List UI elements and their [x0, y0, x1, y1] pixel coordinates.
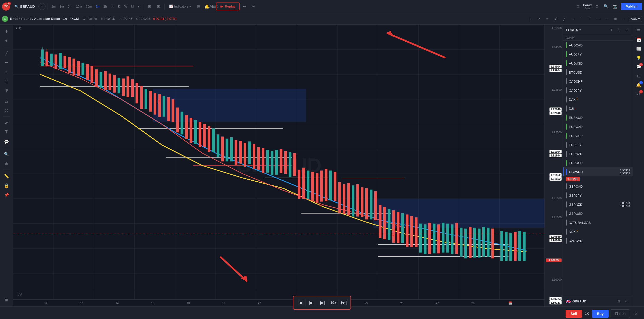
- tf-5m[interactable]: 5m: [66, 4, 74, 9]
- panel-footer-grid-button[interactable]: ⊞: [616, 298, 622, 304]
- panel-more-button[interactable]: ⋯: [623, 27, 630, 33]
- list-item[interactable]: DAX D: [563, 95, 633, 104]
- list-item[interactable]: GBPNZD 1.89723 1.89723: [563, 200, 633, 209]
- list-item[interactable]: EURNZD: [563, 149, 633, 158]
- arrow-tool[interactable]: →: [569, 15, 577, 23]
- list-item[interactable]: AUDUSD: [563, 59, 633, 68]
- lock-tool[interactable]: 🔒: [2, 181, 11, 190]
- replay-step-forward-button[interactable]: ▶|: [317, 297, 328, 308]
- list-item[interactable]: AUDCAD: [563, 41, 633, 50]
- measure-tool[interactable]: 📏: [2, 171, 11, 180]
- indicators-button[interactable]: 📈 Indicators ▾: [167, 4, 194, 9]
- layouts-button[interactable]: ⊟: [195, 3, 203, 11]
- date-picker-button[interactable]: 📅: [507, 300, 513, 306]
- tf-W[interactable]: W: [123, 4, 129, 9]
- replay-play-button[interactable]: ▶: [306, 297, 317, 308]
- list-item[interactable]: EURUSD: [563, 158, 633, 167]
- panel-footer-more-button[interactable]: ⋯: [623, 298, 630, 304]
- text-tool[interactable]: T: [586, 15, 594, 23]
- tf-15m[interactable]: 15m: [74, 4, 84, 9]
- gbpaud-list-item[interactable]: GBPAUD 1.90569 1.90569: [563, 167, 633, 176]
- grid-tool[interactable]: ⊞: [612, 15, 620, 23]
- user-avatar[interactable]: TV 13: [2, 3, 10, 11]
- currency-selector[interactable]: AUD ▾: [629, 16, 642, 22]
- watchlist-icon[interactable]: ☰: [635, 27, 643, 35]
- add-symbol-button[interactable]: +: [38, 3, 45, 10]
- chart-type-button[interactable]: ⊞: [145, 3, 153, 11]
- tf-2h[interactable]: 2h: [102, 4, 108, 9]
- panel-view-button[interactable]: ⊞: [616, 27, 622, 33]
- replay-skip-button[interactable]: ⏭|: [339, 297, 350, 308]
- list-item[interactable]: DJI •: [563, 104, 633, 113]
- dash-line-tool[interactable]: - -: [603, 15, 611, 23]
- close-replay-button[interactable]: ✕: [632, 310, 640, 318]
- orders-icon[interactable]: ⇄ 1: [635, 90, 643, 98]
- list-item[interactable]: NDX D: [563, 227, 633, 236]
- list-item[interactable]: EURGBP: [563, 131, 633, 140]
- horizontal-line-tool[interactable]: —: [594, 15, 603, 23]
- settings-button[interactable]: ⚙: [593, 3, 601, 11]
- list-item[interactable]: AUDJPY: [563, 50, 633, 59]
- list-item[interactable]: EURAUD: [563, 113, 633, 122]
- list-item[interactable]: EURJPY: [563, 140, 633, 149]
- symbol-selector[interactable]: 🔍 GBPAUD: [12, 4, 37, 10]
- zoom-tool[interactable]: ⊕: [2, 159, 11, 168]
- tf-M[interactable]: M: [129, 4, 135, 9]
- replay-button[interactable]: ⏮ Replay: [216, 3, 240, 10]
- path-tool[interactable]: ⌒: [577, 15, 585, 23]
- list-item[interactable]: NZDCAD: [563, 236, 633, 245]
- flatten-button[interactable]: Flatten: [611, 309, 630, 318]
- pin-tool[interactable]: 📌: [2, 190, 11, 199]
- redo-button[interactable]: ↪: [250, 3, 258, 11]
- tf-30m[interactable]: 30m: [84, 4, 94, 9]
- tf-1h[interactable]: 1h: [94, 4, 101, 9]
- news-icon[interactable]: 📰: [635, 45, 643, 53]
- list-item[interactable]: GBPJPY: [563, 191, 633, 200]
- parallel-channel-tool[interactable]: ≡: [2, 68, 11, 77]
- publish-button[interactable]: Publish: [621, 3, 642, 10]
- panel-add-button[interactable]: +: [608, 27, 615, 33]
- fullscreen-button[interactable]: ⊡: [574, 3, 582, 11]
- trash-tool[interactable]: 🗑: [2, 295, 11, 304]
- more-tools-button[interactable]: …: [620, 15, 628, 23]
- crosshair-tool[interactable]: ⊹: [526, 15, 534, 23]
- tf-D[interactable]: D: [116, 4, 122, 9]
- search-button[interactable]: 🔍: [602, 3, 610, 11]
- replay-to-start-button[interactable]: |◀: [294, 297, 305, 308]
- buy-button[interactable]: Buy: [592, 310, 609, 318]
- tf-1m[interactable]: 1m: [50, 4, 58, 9]
- list-item[interactable]: GBPUSD: [563, 209, 633, 218]
- crosshair-tool[interactable]: +: [2, 36, 11, 45]
- callout-tool[interactable]: 💬: [2, 137, 11, 146]
- horizontal-ray-tool[interactable]: ━: [2, 58, 11, 67]
- trend-line-tool[interactable]: ╱: [2, 48, 11, 58]
- pencil-tool[interactable]: ✏: [543, 15, 551, 23]
- magnify-tool[interactable]: 🔍: [2, 149, 11, 158]
- alert-button[interactable]: 🔔 Alert: [207, 3, 215, 11]
- list-item[interactable]: GBPCAD: [563, 182, 633, 191]
- fib-tool[interactable]: Ψ: [2, 87, 11, 96]
- cursor-tool[interactable]: ↗: [535, 15, 543, 23]
- brush-tool[interactable]: 🖌: [2, 118, 11, 127]
- list-item[interactable]: EURCAD: [563, 122, 633, 131]
- alert-sidebar-icon[interactable]: 🔔 1: [635, 81, 643, 89]
- sell-button[interactable]: Sell: [566, 310, 582, 318]
- list-item[interactable]: NATURALGAS: [563, 218, 633, 227]
- tf-3m[interactable]: 3m: [58, 4, 66, 9]
- gann-tool[interactable]: △: [2, 96, 11, 105]
- tf-4h[interactable]: 4h: [109, 4, 116, 9]
- screener-icon[interactable]: ⊟: [635, 72, 643, 80]
- list-item[interactable]: BTCUSD: [563, 68, 633, 77]
- brush-tool[interactable]: 🖌: [552, 15, 560, 23]
- camera-button[interactable]: 📷: [611, 3, 619, 11]
- undo-button[interactable]: ↩: [241, 3, 249, 11]
- ideas-icon[interactable]: 💡: [635, 54, 643, 62]
- chat-icon[interactable]: 💬 19: [635, 63, 643, 71]
- layout-button[interactable]: ⊞: [154, 3, 162, 11]
- pitchfork-tool[interactable]: ⌘: [2, 77, 11, 86]
- list-item[interactable]: CADCHF: [563, 77, 633, 86]
- text-tool-side[interactable]: T: [2, 128, 11, 137]
- line-tool[interactable]: ╱: [560, 15, 568, 23]
- pattern-tool[interactable]: ⬡: [2, 106, 11, 115]
- calendar-icon[interactable]: 📅: [635, 36, 643, 44]
